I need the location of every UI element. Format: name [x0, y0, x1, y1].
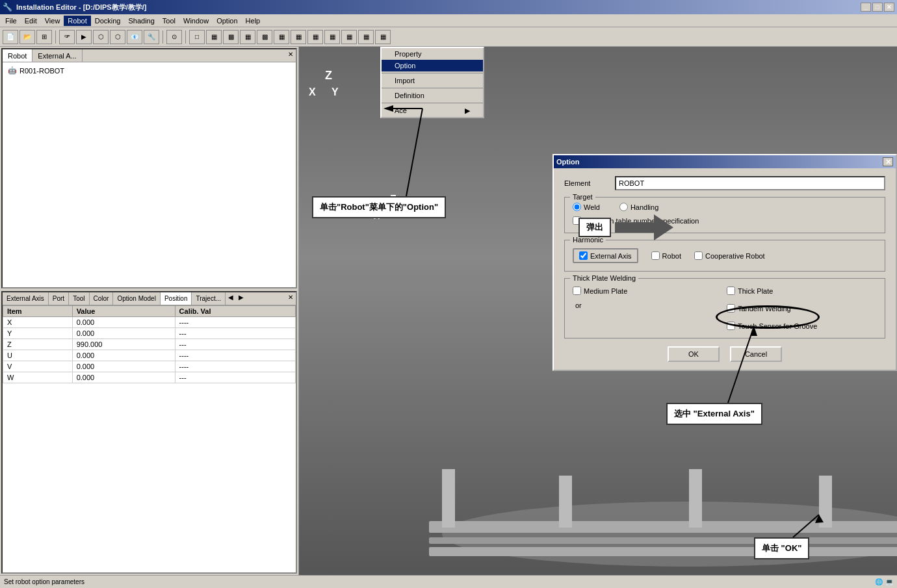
option-dialog: Option ✕ Element Target — [552, 154, 897, 371]
cooperative-robot-checkbox[interactable]: Cooperative Robot — [694, 251, 765, 260]
tab-arrow-right[interactable]: ▶ — [236, 292, 246, 305]
menu-option[interactable]: Option — [213, 16, 241, 26]
menu-docking[interactable]: Docking — [91, 16, 125, 26]
menu-option[interactable]: Option — [382, 60, 483, 71]
close-button[interactable]: ✕ — [884, 3, 894, 12]
or-label: or — [573, 301, 723, 315]
toolbar-btn-7[interactable]: ⬡ — [110, 30, 125, 44]
touch-sensor-checkbox[interactable]: Touch Sensor for Groove — [727, 322, 877, 330]
menu-robot[interactable]: Robot — [64, 16, 90, 26]
cancel-button[interactable]: Cancel — [730, 346, 782, 362]
props-close-icon[interactable]: ✕ — [288, 294, 293, 301]
menu-property[interactable]: Property — [382, 48, 483, 60]
toolbar-btn-19[interactable]: ▦ — [324, 30, 340, 44]
toolbar-btn-22[interactable]: ▦ — [375, 30, 391, 44]
touch-sensor-checkbox-input[interactable] — [727, 322, 735, 330]
robot-checkbox[interactable]: Robot — [651, 251, 681, 260]
menu-help[interactable]: Help — [242, 16, 265, 26]
menu-file[interactable]: File — [1, 16, 21, 26]
toolbar-btn-2[interactable]: 📂 — [20, 30, 35, 44]
handling-radio[interactable]: Handling — [619, 203, 658, 211]
cell-calib: --- — [175, 339, 295, 350]
status-bar: Set robot option parameters 🌐 💻 — [0, 575, 897, 588]
tab-position[interactable]: Position — [161, 292, 192, 305]
dialog-title: Option ✕ — [554, 155, 896, 168]
handling-radio-input[interactable] — [619, 203, 628, 211]
cell-calib: ---- — [175, 317, 295, 328]
toolbar-btn-14[interactable]: ▦ — [240, 30, 255, 44]
thick-plate-checkbox[interactable]: Thick Plate — [727, 287, 877, 295]
toolbar-btn-11[interactable]: □ — [189, 30, 205, 44]
col-item: Item — [3, 306, 73, 317]
element-input[interactable] — [615, 176, 885, 190]
toolbar-btn-16[interactable]: ▦ — [274, 30, 289, 44]
col-calib: Calib. Val — [175, 306, 295, 317]
toolbar-btn-1[interactable]: 📄 — [3, 30, 18, 44]
viewport[interactable]: Z X Y Z X 500 mm Property Option Import … — [299, 47, 897, 575]
cooperative-robot-checkbox-input[interactable] — [694, 251, 703, 260]
robot-tree-content: 🤖 R001-ROBOT — [3, 62, 296, 79]
medium-plate-checkbox-input[interactable] — [573, 287, 581, 295]
cell-item: Y — [3, 328, 73, 339]
element-label: Element — [564, 179, 610, 187]
toolbar-btn-6[interactable]: ⬡ — [93, 30, 109, 44]
menu-shading[interactable]: Shading — [124, 16, 158, 26]
external-axis-checkbox-input[interactable] — [579, 251, 588, 260]
toolbar-btn-18[interactable]: ▦ — [307, 30, 323, 44]
title-bar-buttons: _ □ ✕ — [861, 3, 894, 12]
menu-definition[interactable]: Definition — [382, 90, 483, 101]
toolbar-btn-17[interactable]: ▦ — [291, 30, 306, 44]
annotation-select-external: 选中 "External Axis" — [666, 403, 762, 425]
robot-checkbox-input[interactable] — [651, 251, 660, 260]
tab-external[interactable]: External A... — [32, 49, 82, 62]
toolbar-btn-9[interactable]: 🔧 — [144, 30, 159, 44]
external-axis-checkbox[interactable]: External Axis — [573, 248, 638, 263]
menu-ace[interactable]: Ace ▶ — [382, 105, 483, 117]
toolbar-btn-8[interactable]: 📧 — [127, 30, 142, 44]
toolbar-btn-10[interactable]: ⊙ — [166, 30, 182, 44]
menu-view[interactable]: View — [41, 16, 64, 26]
table-row: X0.000---- — [3, 317, 296, 328]
menu-window[interactable]: Window — [179, 16, 213, 26]
panel-close-icon[interactable]: ✕ — [288, 51, 293, 58]
tandem-welding-checkbox-input[interactable] — [727, 304, 735, 313]
dialog-buttons: OK Cancel — [564, 346, 885, 362]
toolbar-btn-12[interactable]: ▦ — [206, 30, 222, 44]
viewport-bg: Z X Y Z X 500 mm Property Option Import … — [299, 47, 897, 575]
tab-color[interactable]: Color — [90, 292, 114, 305]
toolbar-btn-15[interactable]: ▩ — [257, 30, 272, 44]
toolbar-btn-21[interactable]: ▦ — [358, 30, 374, 44]
tab-external-axis[interactable]: External Axis — [3, 292, 49, 305]
thick-plate-checkbox-input[interactable] — [727, 287, 735, 295]
tab-arrow-left[interactable]: ◀ — [226, 292, 236, 305]
ok-button[interactable]: OK — [668, 346, 720, 362]
tandem-welding-checkbox[interactable]: Tandem Welding — [727, 304, 877, 313]
toolbar-btn-20[interactable]: ▦ — [341, 30, 357, 44]
svg-text:X: X — [309, 86, 316, 97]
weld-radio[interactable]: Weld — [573, 203, 600, 211]
menu-tool[interactable]: Tool — [159, 16, 179, 26]
dialog-close-button[interactable]: ✕ — [883, 157, 893, 166]
thick-plate-label: Thick Plate Welding — [570, 274, 638, 282]
tab-option-model[interactable]: Option Model — [113, 292, 160, 305]
toolbar-btn-13[interactable]: ▩ — [223, 30, 239, 44]
cell-item: W — [3, 372, 73, 383]
menu-separator-1 — [382, 73, 483, 73]
medium-plate-checkbox[interactable]: Medium Plate — [573, 287, 723, 295]
minimize-button[interactable]: _ — [861, 3, 871, 12]
menu-edit[interactable]: Edit — [21, 16, 41, 26]
properties-tabs: External Axis Port Tool Color Option Mod… — [3, 292, 296, 305]
toolbar-btn-4[interactable]: 🖙 — [59, 30, 75, 44]
weld-radio-input[interactable] — [573, 203, 581, 211]
menu-import[interactable]: Import — [382, 75, 483, 86]
tab-tool[interactable]: Tool — [69, 292, 89, 305]
tree-item-robot[interactable]: 🤖 R001-ROBOT — [5, 65, 293, 76]
properties-table: Item Value Calib. Val X0.000----Y0.000--… — [3, 305, 296, 383]
tab-robot[interactable]: Robot — [3, 49, 32, 62]
toolbar-btn-5[interactable]: ▶ — [76, 30, 92, 44]
tab-port[interactable]: Port — [49, 292, 69, 305]
tab-traject[interactable]: Traject... — [192, 292, 226, 305]
maximize-button[interactable]: □ — [872, 3, 883, 12]
table-row: U0.000---- — [3, 350, 296, 361]
toolbar-btn-3[interactable]: ⊞ — [36, 30, 52, 44]
